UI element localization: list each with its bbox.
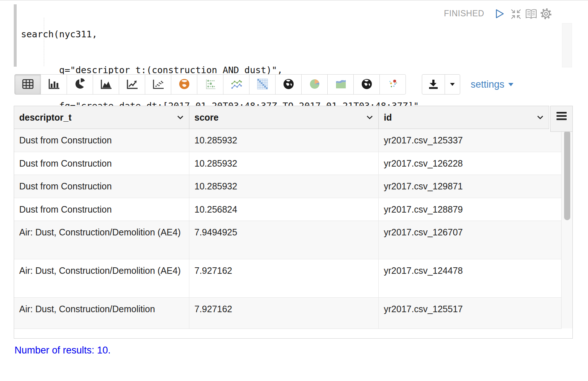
cell-id: yr2017.csv_126707 bbox=[379, 221, 561, 259]
cell-id: yr2017.csv_124478 bbox=[379, 259, 561, 297]
table-header: descriptor_t score id bbox=[14, 106, 549, 129]
column-header-score[interactable]: score bbox=[189, 106, 379, 129]
column-header-id[interactable]: id bbox=[379, 106, 549, 129]
download-button[interactable] bbox=[422, 74, 445, 95]
table-body: Dust from Construction 10.285932 yr2017.… bbox=[14, 129, 573, 339]
table-row: Dust from Construction 10.285932 yr2017.… bbox=[14, 152, 561, 175]
table-row: Air: Dust, Construction/Demolition (AE4)… bbox=[14, 221, 561, 259]
pie-chart-icon bbox=[74, 78, 86, 91]
horizontal-scrollbar-area[interactable] bbox=[14, 329, 572, 338]
line-chart-icon bbox=[126, 78, 138, 91]
gear-icon[interactable] bbox=[540, 8, 552, 20]
area-colored-icon bbox=[335, 78, 347, 91]
cell-score: 7.9494925 bbox=[189, 221, 379, 259]
table-icon bbox=[22, 79, 34, 91]
chevron-down-icon[interactable] bbox=[537, 116, 543, 120]
globe-dark-icon bbox=[361, 78, 373, 91]
viz-button-heatmap-grid[interactable] bbox=[249, 74, 276, 95]
chevron-down-icon[interactable] bbox=[177, 116, 184, 120]
cell-descriptor_t: Dust from Construction bbox=[14, 175, 189, 198]
chevron-down-icon[interactable] bbox=[366, 116, 373, 120]
caret-down-icon bbox=[508, 83, 514, 87]
hamburger-menu-icon bbox=[556, 112, 567, 122]
viz-button-area-chart[interactable] bbox=[93, 74, 119, 95]
cell-score: 7.927162 bbox=[189, 259, 379, 297]
column-label: descriptor_t bbox=[19, 112, 71, 123]
table-row: Dust from Construction 10.285932 yr2017.… bbox=[14, 175, 561, 198]
cell-id: yr2017.csv_126228 bbox=[379, 152, 561, 175]
cell-id: yr2017.csv_125517 bbox=[379, 298, 561, 329]
viz-button-globe-dark[interactable] bbox=[275, 74, 302, 95]
area-chart-icon bbox=[100, 78, 112, 91]
cell-score: 10.285932 bbox=[189, 175, 379, 198]
settings-toggle[interactable]: settings bbox=[471, 78, 514, 91]
table-row: Dust from Construction 10.285932 yr2017.… bbox=[14, 129, 561, 152]
viz-button-area-colored[interactable] bbox=[327, 74, 354, 95]
viz-button-multi-line-chart[interactable] bbox=[223, 74, 249, 95]
multi-line-chart-icon bbox=[230, 78, 243, 91]
cell-id: yr2017.csv_125337 bbox=[379, 129, 561, 152]
viz-button-globe-dark-2[interactable] bbox=[353, 74, 380, 95]
heatmap-grid-icon bbox=[257, 78, 268, 91]
column-label: id bbox=[384, 112, 392, 123]
cell-descriptor_t: Air: Dust, Construction/Demolition bbox=[14, 298, 189, 329]
editor-scrollbar[interactable] bbox=[562, 23, 572, 67]
pie-colored-icon bbox=[309, 78, 320, 91]
scatter-colored-icon bbox=[387, 78, 399, 91]
cell-descriptor_t: Dust from Construction bbox=[14, 152, 189, 175]
cell-descriptor_t: Air: Dust, Construction/Demolition (AE4) bbox=[14, 221, 189, 259]
column-header-descriptor_t[interactable]: descriptor_t bbox=[14, 106, 189, 129]
grid-menu-button[interactable] bbox=[550, 106, 573, 132]
viz-button-pie-chart[interactable] bbox=[67, 74, 93, 95]
bubble-matrix-icon bbox=[204, 78, 217, 91]
viz-button-scatter-chart[interactable] bbox=[145, 74, 171, 95]
code-line: search(nyc311, bbox=[21, 28, 424, 40]
cell-id: yr2017.csv_128879 bbox=[379, 198, 561, 221]
cell-score: 10.256824 bbox=[189, 198, 379, 221]
vertical-scrollbar-track[interactable] bbox=[562, 129, 572, 328]
compress-icon[interactable] bbox=[511, 9, 521, 20]
viz-button-table[interactable] bbox=[14, 74, 41, 95]
cell-descriptor_t: Dust from Construction bbox=[14, 129, 189, 152]
download-group bbox=[422, 74, 460, 95]
cell-score: 10.285932 bbox=[189, 129, 379, 152]
cell-descriptor_t: Dust from Construction bbox=[14, 198, 189, 221]
vertical-scrollbar-thumb[interactable] bbox=[564, 130, 570, 220]
globe-orange-icon bbox=[178, 78, 190, 91]
download-options-button[interactable] bbox=[445, 74, 460, 95]
table-row: Air: Dust, Construction/Demolition (AE4)… bbox=[14, 259, 561, 298]
settings-label: settings bbox=[471, 79, 504, 90]
caret-down-icon bbox=[450, 82, 455, 87]
editor-gutter bbox=[14, 4, 17, 67]
download-icon bbox=[428, 79, 439, 91]
results-count-text: Number of results: 10. bbox=[14, 345, 111, 356]
viz-button-bubble-matrix[interactable] bbox=[197, 74, 223, 95]
viz-button-globe-orange[interactable] bbox=[171, 74, 197, 95]
book-icon[interactable] bbox=[525, 9, 537, 20]
status-badge: FINISHED bbox=[444, 9, 484, 18]
viz-button-pie-colored[interactable] bbox=[301, 74, 328, 95]
top-divider bbox=[0, 0, 588, 1]
play-icon[interactable] bbox=[495, 9, 505, 19]
table-row: Air: Dust, Construction/Demolition 7.927… bbox=[14, 298, 561, 329]
scatter-chart-icon bbox=[152, 78, 164, 91]
viz-toolbar bbox=[14, 74, 406, 95]
zeppelin-paragraph: search(nyc311, q="descriptor_t:(construc… bbox=[0, 0, 588, 381]
table-row: Dust from Construction 10.256824 yr2017.… bbox=[14, 198, 561, 221]
viz-button-line-chart[interactable] bbox=[119, 74, 145, 95]
cell-id: yr2017.csv_129871 bbox=[379, 175, 561, 198]
bar-chart-icon bbox=[48, 78, 60, 91]
viz-button-scatter-colored[interactable] bbox=[379, 74, 406, 95]
globe-dark-icon bbox=[283, 78, 294, 91]
cell-score: 7.927162 bbox=[189, 298, 379, 329]
viz-button-bar-chart[interactable] bbox=[41, 74, 67, 95]
cell-descriptor_t: Air: Dust, Construction/Demolition (AE4) bbox=[14, 259, 189, 297]
cell-score: 10.285932 bbox=[189, 152, 379, 175]
column-label: score bbox=[194, 112, 219, 123]
table-rows: Dust from Construction 10.285932 yr2017.… bbox=[14, 129, 562, 329]
